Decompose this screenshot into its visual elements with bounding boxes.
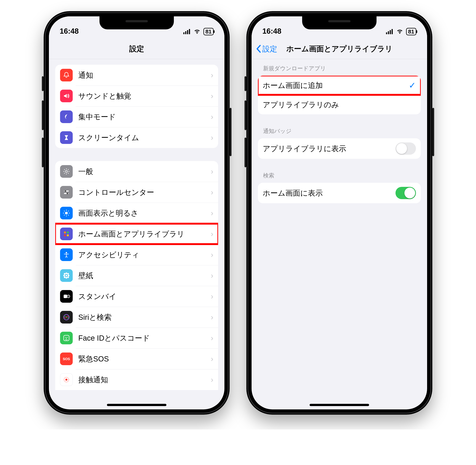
row-label: 集中モード bbox=[78, 112, 211, 122]
svg-point-7 bbox=[64, 190, 66, 192]
svg-point-8 bbox=[67, 193, 68, 194]
settings-row-sliders[interactable]: コントロールセンター› bbox=[55, 182, 218, 203]
notch bbox=[302, 16, 377, 29]
battery-icon: 81 bbox=[203, 28, 214, 35]
option-library-only[interactable]: アプリライブラリのみ bbox=[258, 95, 421, 114]
svg-point-18 bbox=[63, 275, 65, 276]
cellular-icon bbox=[386, 29, 393, 34]
chevron-right-icon: › bbox=[211, 113, 213, 121]
status-time: 16:48 bbox=[262, 27, 281, 35]
svg-rect-24 bbox=[63, 295, 67, 298]
chevron-right-icon: › bbox=[211, 209, 213, 217]
chevron-right-icon: › bbox=[211, 167, 213, 176]
section-header-download: 新規ダウンロードアプリ bbox=[258, 65, 421, 76]
row-label: コントロールセンター bbox=[78, 187, 211, 197]
home-screen-settings[interactable]: 新規ダウンロードアプリ ホーム画面に追加✓アプリライブラリのみ 通知バッジ アプ… bbox=[252, 59, 427, 409]
settings-row-standby[interactable]: スタンバイ› bbox=[55, 286, 218, 307]
chevron-right-icon: › bbox=[211, 134, 213, 142]
screen-right: 16:48 81 設定 ホーム画面とアプリライブラリ 新規ダウンロードアプリ ホ… bbox=[252, 16, 427, 409]
settings-row-flower[interactable]: 壁紙› bbox=[55, 265, 218, 286]
option-add-home[interactable]: ホーム画面に追加✓ bbox=[258, 76, 421, 95]
svg-point-32 bbox=[65, 379, 67, 381]
row-label: 緊急SOS bbox=[78, 354, 211, 364]
row-label: 壁紙 bbox=[78, 271, 211, 281]
chevron-right-icon: › bbox=[211, 230, 213, 238]
settings-row-bell[interactable]: 通知› bbox=[55, 65, 218, 85]
status-time: 16:48 bbox=[60, 27, 79, 35]
svg-point-19 bbox=[68, 275, 69, 276]
svg-point-22 bbox=[64, 276, 65, 278]
svg-rect-36 bbox=[391, 29, 393, 34]
chevron-left-icon bbox=[256, 45, 261, 53]
row-label: 一般 bbox=[78, 166, 211, 177]
svg-point-9 bbox=[65, 212, 68, 215]
nav-bar: 設定 ホーム画面とアプリライブラリ bbox=[252, 39, 427, 59]
svg-rect-33 bbox=[386, 32, 387, 34]
battery-icon: 81 bbox=[406, 28, 416, 35]
grid-icon bbox=[60, 228, 73, 240]
row-show-in-library[interactable]: アプリライブラリに表示 bbox=[258, 138, 421, 159]
phone-frame-right: 16:48 81 設定 ホーム画面とアプリライブラリ 新規ダウンロードアプリ ホ… bbox=[246, 11, 432, 415]
row-label: 接触通知 bbox=[78, 375, 211, 385]
sun-icon bbox=[60, 207, 73, 219]
row-label: スクリーンタイム bbox=[78, 133, 211, 143]
svg-point-23 bbox=[67, 276, 69, 278]
notch bbox=[99, 16, 174, 29]
settings-row-hourglass[interactable]: スクリーンタイム› bbox=[55, 127, 218, 148]
svg-rect-1 bbox=[185, 31, 186, 34]
row-label: スタンバイ bbox=[78, 291, 211, 302]
svg-rect-13 bbox=[67, 234, 69, 236]
moon-icon bbox=[60, 110, 73, 123]
svg-point-20 bbox=[64, 273, 65, 275]
chevron-right-icon: › bbox=[211, 71, 213, 79]
settings-row-moon[interactable]: 集中モード› bbox=[55, 106, 218, 127]
chevron-right-icon: › bbox=[211, 188, 213, 197]
svg-text:SOS: SOS bbox=[63, 357, 70, 361]
svg-point-16 bbox=[65, 273, 67, 274]
row-label: 通知 bbox=[78, 70, 211, 80]
row-label: アクセシビリティ bbox=[78, 250, 211, 260]
sos-icon: SOS bbox=[60, 352, 73, 365]
settings-row-sun[interactable]: 画面表示と明るさ› bbox=[55, 203, 218, 223]
siri-icon bbox=[60, 311, 73, 324]
svg-point-4 bbox=[65, 170, 67, 172]
svg-rect-34 bbox=[388, 31, 389, 34]
row-label: Siriと検索 bbox=[78, 312, 211, 322]
settings-row-siri[interactable]: Siriと検索› bbox=[55, 307, 218, 328]
settings-row-faceid[interactable]: Face IDとパスコード› bbox=[55, 328, 218, 349]
row-label: アプリライブラリのみ bbox=[263, 100, 416, 110]
settings-row-sos[interactable]: SOS緊急SOS› bbox=[55, 349, 218, 369]
toggle-show-on-home[interactable] bbox=[395, 187, 416, 199]
home-indicator[interactable] bbox=[310, 404, 369, 406]
settings-list[interactable]: 通知›サウンドと触覚›集中モード›スクリーンタイム› 一般›コントロールセンター… bbox=[49, 59, 224, 409]
settings-group-2: 一般›コントロールセンター›画面表示と明るさ›ホーム画面とアプリライブラリ›アク… bbox=[55, 161, 218, 390]
bell-icon bbox=[60, 69, 73, 81]
chevron-right-icon: › bbox=[211, 376, 213, 384]
section-header-search: 検索 bbox=[258, 172, 421, 183]
svg-point-21 bbox=[67, 273, 69, 275]
row-label: ホーム画面に追加 bbox=[263, 80, 409, 91]
settings-row-exposure[interactable]: 接触通知› bbox=[55, 369, 218, 390]
toggle-show-in-library[interactable] bbox=[395, 142, 416, 155]
wifi-icon bbox=[396, 29, 403, 34]
gear-icon bbox=[60, 165, 73, 178]
faceid-icon bbox=[60, 332, 73, 344]
settings-row-gear[interactable]: 一般› bbox=[55, 161, 218, 182]
settings-row-access[interactable]: アクセシビリティ› bbox=[55, 244, 218, 265]
svg-point-15 bbox=[65, 275, 67, 276]
wifi-icon bbox=[193, 29, 201, 34]
flower-icon bbox=[60, 269, 73, 282]
row-label: ホーム画面に表示 bbox=[263, 188, 395, 198]
svg-rect-12 bbox=[64, 234, 66, 236]
settings-row-speaker[interactable]: サウンドと触覚› bbox=[55, 85, 218, 106]
svg-rect-35 bbox=[390, 30, 391, 34]
chevron-right-icon: › bbox=[211, 334, 213, 342]
row-label: Face IDとパスコード bbox=[78, 333, 211, 343]
chevron-right-icon: › bbox=[211, 313, 213, 321]
row-show-on-home[interactable]: ホーム画面に表示 bbox=[258, 183, 421, 203]
home-indicator[interactable] bbox=[107, 404, 166, 406]
exposure-icon bbox=[60, 373, 73, 386]
chevron-right-icon: › bbox=[211, 251, 213, 259]
settings-row-grid[interactable]: ホーム画面とアプリライブラリ› bbox=[55, 223, 218, 244]
back-button[interactable]: 設定 bbox=[256, 44, 277, 54]
